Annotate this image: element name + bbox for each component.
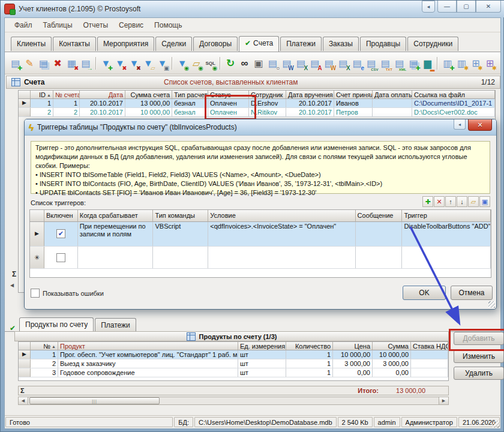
trigger-message-cell[interactable] xyxy=(356,222,403,246)
tab-Платежи[interactable]: Платежи xyxy=(280,37,322,51)
tab-Сделки[interactable]: Сделки xyxy=(155,37,192,51)
refresh-icon[interactable]: ↻ xyxy=(224,56,236,70)
column-header-6[interactable]: Сумма xyxy=(373,342,411,350)
cell[interactable]: безнал xyxy=(172,108,208,116)
menu-item-4[interactable]: Помощь xyxy=(149,19,187,31)
cell[interactable]: 20.10.2017 xyxy=(286,108,334,116)
trigger-enabled-cell[interactable] xyxy=(44,247,78,268)
delete-set-icon[interactable]: ▦✖ xyxy=(65,56,78,70)
cell[interactable] xyxy=(411,350,448,359)
empty-cell[interactable] xyxy=(153,247,208,268)
chart-icon[interactable]: ▆▂ xyxy=(421,56,434,70)
cell[interactable]: 1 xyxy=(286,350,333,359)
column-header-4[interactable]: Сумма счета xyxy=(125,91,172,99)
enabled-checkbox[interactable] xyxy=(56,253,65,262)
triggers-table[interactable]: ВключенКогда срабатываетТип командыУслов… xyxy=(29,209,491,278)
column-header-11[interactable]: Ссылка на файл xyxy=(412,91,495,99)
trigger-column-header-4[interactable]: Условие xyxy=(208,210,355,222)
cell[interactable] xyxy=(411,368,448,377)
cell[interactable]: 10 000,00 xyxy=(333,350,373,359)
cell[interactable]: Иванов xyxy=(334,99,373,107)
cell[interactable]: Оплачен xyxy=(208,99,249,107)
cell[interactable]: 1 xyxy=(53,99,80,107)
tab-Контакты[interactable]: Контакты xyxy=(53,37,96,51)
cell[interactable]: Прог. обесп. "Учет компьютеров" лиц. "Ст… xyxy=(58,350,238,359)
trigger-move-up-icon[interactable]: ↑ xyxy=(445,196,456,207)
cell[interactable]: N.Ritikov xyxy=(249,108,286,116)
add-record-icon[interactable]: ▤✚ xyxy=(9,56,22,70)
table-row-2[interactable]: 2Выезд к заказчикушт13 000,003 000,00 xyxy=(19,359,448,368)
cell[interactable]: Оплачен xyxy=(208,108,249,116)
rollup-button[interactable]: ◂ xyxy=(422,1,435,13)
column-header-3[interactable]: Дата xyxy=(80,91,125,99)
dialog-titlebar[interactable]: ϟ Триггеры таблицы "Продукты по счету" (… xyxy=(25,119,496,136)
cell[interactable]: шт xyxy=(238,350,286,359)
column-header-2[interactable]: № счета xyxy=(53,91,80,99)
scroll-left-icon[interactable]: ◀ xyxy=(19,397,28,404)
trigger-column-header-1[interactable]: Включен xyxy=(44,210,78,222)
cell[interactable]: 2 xyxy=(53,108,80,116)
filter-add-icon[interactable]: ▼✚ xyxy=(100,56,112,70)
scroll-right-icon[interactable]: ▶ xyxy=(439,397,448,404)
copy-record-icon[interactable]: ▤ xyxy=(37,56,50,70)
delete-button[interactable]: Удалить xyxy=(454,367,504,380)
filter-delete-all-icon[interactable]: ▼✖ xyxy=(128,56,140,70)
trigger-row[interactable]: ▶✔При перемещении по записям и полямVBSc… xyxy=(30,222,491,247)
cell[interactable]: 1 xyxy=(31,99,53,107)
cell[interactable]: 10 000,00 xyxy=(125,108,172,116)
ok-button[interactable]: OK xyxy=(403,286,446,300)
cell[interactable] xyxy=(373,99,412,107)
trigger-column-header-2[interactable]: Когда срабатывает xyxy=(78,210,154,222)
cell[interactable]: 3 xyxy=(31,368,58,377)
tab-Мероприятия[interactable]: Мероприятия xyxy=(97,37,154,51)
filter-open-icon[interactable]: ▼▱ xyxy=(142,56,154,70)
cell[interactable] xyxy=(411,359,448,368)
cell[interactable]: 0,00 xyxy=(333,368,373,377)
column-header-7[interactable]: Ставка НДС xyxy=(411,342,448,350)
trigger-add-icon[interactable]: ✚ xyxy=(422,196,433,207)
word-document-icon[interactable]: ▤W xyxy=(280,56,293,70)
cell[interactable]: 20.10.2017 xyxy=(286,99,334,107)
empty-cell[interactable] xyxy=(78,247,154,268)
add-subtable-record-icon[interactable]: ▥✚ xyxy=(441,56,454,70)
trigger-load-icon[interactable]: ▱ xyxy=(468,196,479,207)
export-pdf-icon[interactable]: ▤A xyxy=(308,56,321,70)
menu-item-2[interactable]: Отчеты xyxy=(79,19,113,31)
delete-record-icon[interactable]: ✖ xyxy=(51,56,64,70)
print-icon[interactable]: ▣ xyxy=(252,56,265,70)
tab-Договоры[interactable]: Договоры xyxy=(193,37,238,51)
empty-cell[interactable] xyxy=(356,247,403,268)
tab-Продавцы[interactable]: Продавцы xyxy=(360,37,406,51)
subtable-tab-Платежи[interactable]: Платежи xyxy=(95,318,136,332)
export-csv-icon[interactable]: ▤CSV xyxy=(365,56,377,70)
trigger-type-cell[interactable]: VBScript xyxy=(153,222,208,246)
filter-show-icon[interactable]: ▼◉ xyxy=(176,56,188,70)
export-all-formats-icon[interactable]: ▤✚ xyxy=(407,56,419,70)
trigger-save-icon[interactable]: ▣ xyxy=(479,196,490,207)
cell[interactable]: D:\Docs\Счет002.doc xyxy=(412,108,495,116)
column-header-1[interactable]: №▲ xyxy=(31,342,58,350)
invoices-scroll-left-icon[interactable]: ◀ xyxy=(10,283,14,288)
cell[interactable]: безнал xyxy=(172,99,208,107)
empty-cell[interactable] xyxy=(402,247,491,268)
column-header-7[interactable]: Сотрудник xyxy=(249,91,286,99)
cell[interactable]: шт xyxy=(238,359,286,368)
minimize-button[interactable]: — xyxy=(437,1,457,13)
trigger-enabled-cell[interactable]: ✔ xyxy=(44,222,78,246)
cell[interactable]: 1 xyxy=(31,350,58,359)
column-header-10[interactable]: Дата оплаты xyxy=(373,91,412,99)
cell[interactable]: шт xyxy=(238,368,286,377)
trigger-column-header-5[interactable]: Сообщение xyxy=(356,210,403,222)
group-filter-icon[interactable]: ▱◉ xyxy=(190,56,203,70)
export-txt-icon[interactable]: ▤TXT xyxy=(379,56,392,70)
trigger-column-header-3[interactable]: Тип команды xyxy=(153,210,208,222)
cell[interactable]: 2 xyxy=(31,108,53,116)
column-header-2[interactable]: Продукт xyxy=(58,342,238,350)
table-row-3[interactable]: 3Годовое сопровождениешт10,000,00 xyxy=(19,368,448,377)
cell[interactable]: 2 xyxy=(31,359,58,368)
column-header-4[interactable]: Количество xyxy=(286,342,333,350)
trigger-new-row[interactable]: ✳ xyxy=(30,247,491,269)
menu-item-0[interactable]: Файл xyxy=(10,19,37,31)
export-word-icon[interactable]: ▤W xyxy=(323,56,335,70)
preview-icon[interactable]: ▤○ xyxy=(266,56,279,70)
